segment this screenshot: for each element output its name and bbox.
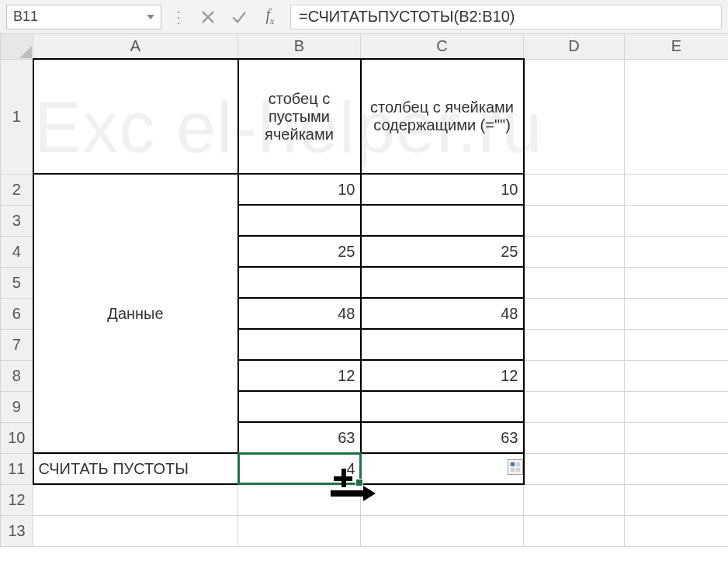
separator-dots: ⋮ bbox=[171, 8, 188, 26]
cell-B1[interactable]: стобец с пустыми ячейками bbox=[238, 59, 361, 174]
cell-D9[interactable] bbox=[524, 391, 625, 422]
cell-D2[interactable] bbox=[524, 174, 625, 205]
cell-D10[interactable] bbox=[524, 422, 625, 453]
cell-A11[interactable]: СЧИТАТЬ ПУСТОТЫ bbox=[33, 453, 238, 484]
cell-E3[interactable] bbox=[625, 205, 729, 236]
row-13: 13 bbox=[1, 515, 729, 546]
cell-E12[interactable] bbox=[625, 484, 729, 515]
cell-B5[interactable] bbox=[238, 267, 361, 298]
cell-E1[interactable] bbox=[625, 59, 729, 174]
cell-B12[interactable] bbox=[238, 484, 361, 515]
cell-C7[interactable] bbox=[361, 329, 524, 360]
cell-B7[interactable] bbox=[238, 329, 361, 360]
cell-C5[interactable] bbox=[361, 267, 524, 298]
row-header-2[interactable]: 2 bbox=[1, 174, 33, 205]
name-box-value: B11 bbox=[13, 9, 38, 25]
cell-C1[interactable]: столбец с ячейками содержащими (="") bbox=[361, 59, 524, 174]
cell-D7[interactable] bbox=[524, 329, 625, 360]
cell-E11[interactable] bbox=[625, 453, 729, 484]
col-header-D[interactable]: D bbox=[524, 34, 625, 59]
cell-B11[interactable]: 4 bbox=[238, 453, 361, 484]
cell-B2[interactable]: 10 bbox=[238, 174, 361, 205]
row-header-6[interactable]: 6 bbox=[1, 298, 33, 329]
cell-E5[interactable] bbox=[625, 267, 729, 298]
cell-C11[interactable] bbox=[361, 453, 524, 484]
row-12: 12 bbox=[1, 484, 729, 515]
cell-C9[interactable] bbox=[361, 391, 524, 422]
select-all-corner[interactable] bbox=[1, 34, 33, 59]
dropdown-icon[interactable] bbox=[147, 15, 154, 19]
cell-B6[interactable]: 48 bbox=[238, 298, 361, 329]
cell-A13[interactable] bbox=[33, 515, 238, 546]
cell-B9[interactable] bbox=[238, 391, 361, 422]
column-header-row: A B C D E bbox=[1, 34, 729, 59]
row-2: 2 Данные 10 10 bbox=[1, 174, 729, 205]
cell-D4[interactable] bbox=[524, 236, 625, 267]
cell-D5[interactable] bbox=[524, 267, 625, 298]
row-header-8[interactable]: 8 bbox=[1, 360, 33, 391]
cell-E9[interactable] bbox=[625, 391, 729, 422]
row-header-9[interactable]: 9 bbox=[1, 391, 33, 422]
row-header-13[interactable]: 13 bbox=[1, 515, 33, 546]
formula-text: =СЧИТАТЬПУСТОТЫ(B2:B10) bbox=[299, 8, 515, 26]
row-header-11[interactable]: 11 bbox=[1, 453, 33, 484]
cell-E7[interactable] bbox=[625, 329, 729, 360]
col-header-B[interactable]: B bbox=[238, 34, 361, 59]
col-header-A[interactable]: A bbox=[33, 34, 238, 59]
cell-A12[interactable] bbox=[33, 484, 238, 515]
col-header-C[interactable]: C bbox=[361, 34, 524, 59]
cell-C2[interactable]: 10 bbox=[361, 174, 524, 205]
svg-rect-2 bbox=[511, 468, 515, 472]
svg-rect-3 bbox=[516, 468, 520, 472]
cell-D3[interactable] bbox=[524, 205, 625, 236]
cell-C13[interactable] bbox=[361, 515, 524, 546]
formula-bar: B11 ⋮ fx =СЧИТАТЬПУСТОТЫ(B2:B10) bbox=[0, 0, 728, 34]
worksheet[interactable]: Exc el-helper.ru A B C D E 1 стобец с пу… bbox=[0, 34, 728, 585]
row-header-10[interactable]: 10 bbox=[1, 422, 33, 453]
row-header-4[interactable]: 4 bbox=[1, 236, 33, 267]
row-header-7[interactable]: 7 bbox=[1, 329, 33, 360]
confirm-icon[interactable] bbox=[228, 6, 250, 28]
name-box[interactable]: B11 bbox=[6, 5, 161, 29]
col-header-E[interactable]: E bbox=[625, 34, 729, 59]
cell-A1[interactable] bbox=[33, 59, 238, 174]
row-header-5[interactable]: 5 bbox=[1, 267, 33, 298]
cell-E4[interactable] bbox=[625, 236, 729, 267]
cell-D6[interactable] bbox=[524, 298, 625, 329]
cell-C8[interactable]: 12 bbox=[361, 360, 524, 391]
cell-C4[interactable]: 25 bbox=[361, 236, 524, 267]
formula-input[interactable]: =СЧИТАТЬПУСТОТЫ(B2:B10) bbox=[290, 5, 722, 29]
row-1: 1 стобец с пустыми ячейками столбец с яч… bbox=[1, 59, 729, 174]
svg-rect-1 bbox=[516, 462, 520, 466]
cell-C6[interactable]: 48 bbox=[361, 298, 524, 329]
row-header-1[interactable]: 1 bbox=[1, 59, 33, 174]
cell-E13[interactable] bbox=[625, 515, 729, 546]
cell-C3[interactable] bbox=[361, 205, 524, 236]
cell-D13[interactable] bbox=[524, 515, 625, 546]
cell-C10[interactable]: 63 bbox=[361, 422, 524, 453]
cell-A2-merged[interactable]: Данные bbox=[33, 174, 238, 453]
cell-B13[interactable] bbox=[238, 515, 361, 546]
cell-C12[interactable] bbox=[361, 484, 524, 515]
cell-E10[interactable] bbox=[625, 422, 729, 453]
row-11: 11 СЧИТАТЬ ПУСТОТЫ 4 bbox=[1, 453, 729, 484]
cell-B4[interactable]: 25 bbox=[238, 236, 361, 267]
svg-rect-0 bbox=[511, 462, 515, 466]
cell-D11[interactable] bbox=[524, 453, 625, 484]
cell-E2[interactable] bbox=[625, 174, 729, 205]
grid-table: A B C D E 1 стобец с пустыми ячейками ст… bbox=[0, 34, 728, 547]
fx-icon[interactable]: fx bbox=[259, 6, 281, 28]
row-header-12[interactable]: 12 bbox=[1, 484, 33, 515]
cell-B8[interactable]: 12 bbox=[238, 360, 361, 391]
cancel-icon[interactable] bbox=[197, 6, 219, 28]
cell-D1[interactable] bbox=[524, 59, 625, 174]
cell-B10[interactable]: 63 bbox=[238, 422, 361, 453]
cell-E8[interactable] bbox=[625, 360, 729, 391]
cell-E6[interactable] bbox=[625, 298, 729, 329]
row-header-3[interactable]: 3 bbox=[1, 205, 33, 236]
cell-D8[interactable] bbox=[524, 360, 625, 391]
cell-D12[interactable] bbox=[524, 484, 625, 515]
autofill-options-icon[interactable] bbox=[508, 459, 523, 475]
cell-B3[interactable] bbox=[238, 205, 361, 236]
